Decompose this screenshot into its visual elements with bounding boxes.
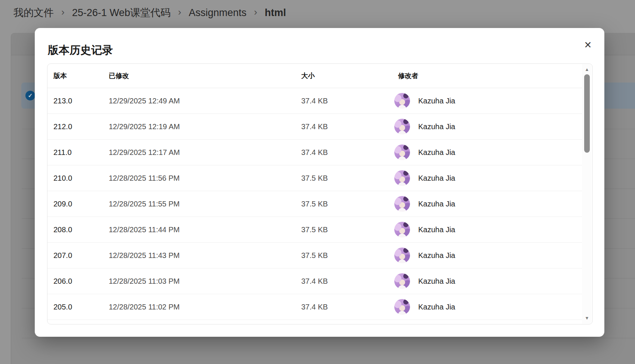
modified-cell: 12/28/2025 11:44 PM	[109, 225, 301, 234]
avatar	[394, 273, 410, 289]
table-row[interactable]: 211.0 12/29/2025 12:17 AM 37.4 KB Kazuha…	[47, 140, 582, 165]
size-cell: 37.4 KB	[301, 122, 394, 131]
modifier-name: Kazuha Jia	[418, 174, 455, 183]
avatar	[394, 196, 410, 212]
version-table: 版本 已修改 大小 修改者 213.0 12/29/2025 12:49 AM …	[47, 63, 593, 324]
table-row[interactable]: 206.0 12/28/2025 11:03 PM 37.4 KB Kazuha…	[47, 268, 582, 294]
size-cell: 37.4 KB	[301, 148, 394, 157]
modified-cell: 12/28/2025 11:02 PM	[109, 303, 301, 311]
modified-cell: 12/28/2025 11:55 PM	[109, 200, 301, 208]
version-table-header: 版本 已修改 大小 修改者	[47, 64, 582, 88]
size-cell: 37.5 KB	[301, 174, 394, 183]
table-row[interactable]: 212.0 12/29/2025 12:19 AM 37.4 KB Kazuha…	[47, 114, 582, 140]
version-cell: 207.0	[53, 251, 109, 260]
avatar	[394, 222, 410, 237]
modifier-name: Kazuha Jia	[418, 97, 455, 105]
modified-cell: 12/29/2025 12:19 AM	[109, 122, 301, 131]
avatar	[394, 170, 410, 186]
version-cell: 212.0	[53, 122, 109, 131]
file-selected-check-icon: ✓	[25, 91, 35, 100]
modified-cell: 12/28/2025 11:56 PM	[109, 174, 301, 183]
size-cell: 37.4 KB	[301, 277, 394, 286]
modifier-name: Kazuha Jia	[418, 122, 455, 131]
table-scrollbar[interactable]: ▲ ▼	[582, 64, 592, 324]
modifier-cell: Kazuha Jia	[394, 144, 582, 160]
close-icon: ✕	[584, 40, 592, 50]
size-cell: 37.5 KB	[301, 225, 394, 234]
modifier-name: Kazuha Jia	[418, 200, 455, 208]
modified-cell: 12/28/2025 11:43 PM	[109, 251, 301, 260]
modifier-name: Kazuha Jia	[418, 251, 455, 260]
table-row[interactable]: 205.0 12/28/2025 11:02 PM 37.4 KB Kazuha…	[47, 294, 582, 320]
modifier-cell: Kazuha Jia	[394, 119, 582, 134]
modifier-cell: Kazuha Jia	[394, 273, 582, 289]
modifier-name: Kazuha Jia	[418, 277, 455, 286]
size-cell: 37.5 KB	[301, 200, 394, 208]
modifier-cell: Kazuha Jia	[394, 93, 582, 109]
column-header-modified: 已修改	[109, 71, 301, 80]
modifier-name: Kazuha Jia	[418, 303, 455, 311]
modifier-cell: Kazuha Jia	[394, 299, 582, 315]
table-row[interactable]: 207.0 12/28/2025 11:43 PM 37.5 KB Kazuha…	[47, 243, 582, 268]
breadcrumb: 我的文件 › 25-26-1 Web课堂代码 › Assignments › h…	[13, 6, 286, 19]
version-table-body: 213.0 12/29/2025 12:49 AM 37.4 KB Kazuha…	[47, 88, 592, 320]
breadcrumb-item-html: html	[265, 7, 286, 19]
breadcrumb-item-assignments[interactable]: Assignments	[189, 7, 247, 19]
column-header-size: 大小	[301, 71, 394, 80]
version-cell: 213.0	[53, 97, 109, 105]
chevron-right-icon: ›	[254, 7, 258, 18]
size-cell: 37.5 KB	[301, 251, 394, 260]
modifier-name: Kazuha Jia	[418, 225, 455, 234]
column-header-version: 版本	[53, 71, 109, 80]
close-button[interactable]: ✕	[581, 38, 595, 52]
breadcrumb-item-course-folder[interactable]: 25-26-1 Web课堂代码	[72, 6, 171, 19]
table-row[interactable]: 213.0 12/29/2025 12:49 AM 37.4 KB Kazuha…	[47, 88, 582, 114]
scroll-up-icon[interactable]: ▲	[582, 67, 592, 72]
modified-cell: 12/28/2025 11:03 PM	[109, 277, 301, 286]
table-row[interactable]: 210.0 12/28/2025 11:56 PM 37.5 KB Kazuha…	[47, 165, 582, 191]
avatar	[394, 248, 410, 263]
avatar	[394, 119, 410, 134]
modifier-cell: Kazuha Jia	[394, 196, 582, 212]
avatar	[394, 299, 410, 315]
modified-cell: 12/29/2025 12:17 AM	[109, 148, 301, 157]
version-history-dialog: 版本历史记录 ✕ 版本 已修改 大小 修改者 213.0 12/29/2025 …	[35, 28, 604, 337]
modified-cell: 12/29/2025 12:49 AM	[109, 97, 301, 105]
version-cell: 205.0	[53, 303, 109, 311]
size-cell: 37.4 KB	[301, 303, 394, 311]
chevron-right-icon: ›	[178, 7, 181, 18]
version-cell: 208.0	[53, 225, 109, 234]
table-row[interactable]: 208.0 12/28/2025 11:44 PM 37.5 KB Kazuha…	[47, 217, 582, 243]
version-cell: 209.0	[53, 200, 109, 208]
modifier-cell: Kazuha Jia	[394, 170, 582, 186]
modifier-cell: Kazuha Jia	[394, 248, 582, 263]
column-header-modifier: 修改者	[394, 71, 582, 80]
version-cell: 210.0	[53, 174, 109, 183]
avatar	[394, 144, 410, 160]
modifier-name: Kazuha Jia	[418, 148, 455, 157]
scroll-down-icon[interactable]: ▼	[582, 316, 592, 320]
table-row[interactable]: 209.0 12/28/2025 11:55 PM 37.5 KB Kazuha…	[47, 191, 582, 217]
scrollbar-thumb[interactable]	[584, 74, 590, 153]
size-cell: 37.4 KB	[301, 97, 394, 105]
dialog-title: 版本历史记录	[48, 43, 113, 57]
modifier-cell: Kazuha Jia	[394, 222, 582, 237]
avatar	[394, 93, 410, 109]
version-cell: 206.0	[53, 277, 109, 286]
background-row-divider	[22, 338, 635, 338]
breadcrumb-item-my-files[interactable]: 我的文件	[13, 6, 54, 19]
version-cell: 211.0	[53, 148, 109, 157]
chevron-right-icon: ›	[61, 7, 65, 18]
